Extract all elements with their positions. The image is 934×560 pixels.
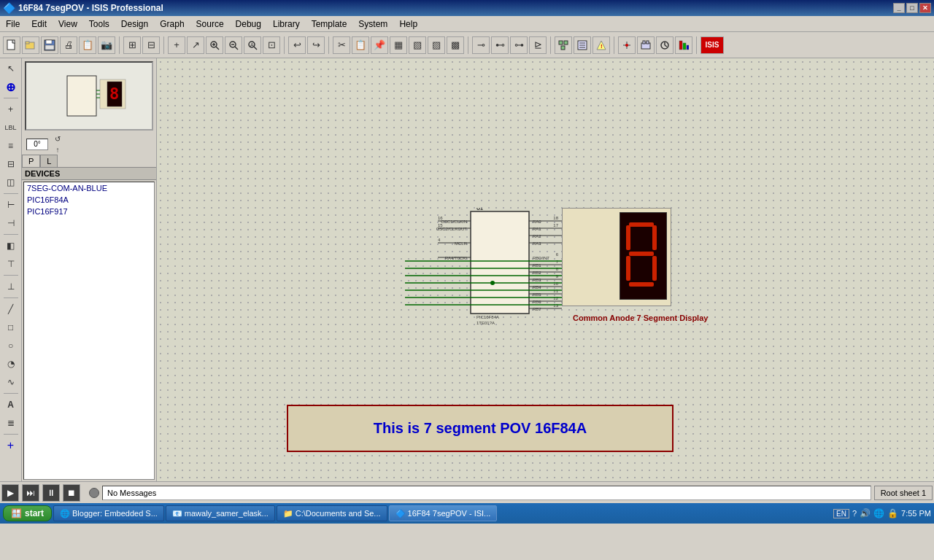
junction-tool[interactable]: + bbox=[2, 101, 20, 118]
menu-graph[interactable]: Graph bbox=[154, 18, 190, 31]
menu-help[interactable]: Help bbox=[393, 18, 423, 31]
wire3-button[interactable]: ⊶ bbox=[510, 36, 528, 54]
taskbar-email[interactable]: 📧 mawaly_samer_elask... bbox=[166, 505, 275, 521]
close-button[interactable]: ✕ bbox=[919, 3, 931, 13]
start-button[interactable]: 🪟 start bbox=[3, 505, 52, 521]
device-pin-tool[interactable]: ⊣ bbox=[2, 214, 20, 232]
new-button[interactable] bbox=[3, 36, 20, 54]
cursor-button[interactable]: ↗ bbox=[187, 36, 204, 54]
step-button[interactable]: ⏭ bbox=[22, 484, 39, 502]
bus-tool[interactable]: ⊟ bbox=[2, 155, 20, 173]
menu-debug[interactable]: Debug bbox=[230, 18, 267, 31]
sep4 bbox=[328, 36, 329, 54]
path-tool[interactable]: ∿ bbox=[2, 373, 20, 391]
menu-system[interactable]: System bbox=[352, 18, 393, 31]
circle-tool[interactable]: ○ bbox=[2, 337, 20, 354]
cut-button[interactable]: ✂ bbox=[333, 36, 350, 54]
save-button[interactable] bbox=[41, 36, 58, 54]
windows-icon: 🪟 bbox=[11, 508, 22, 518]
play-button[interactable]: ▶ bbox=[1, 484, 19, 502]
undo-button[interactable]: ↩ bbox=[288, 36, 306, 54]
print2-button[interactable]: 📋 bbox=[79, 36, 96, 54]
erc-button[interactable]: ! bbox=[593, 36, 610, 54]
hier-port-tool[interactable]: ⊤ bbox=[2, 255, 20, 273]
print-button[interactable]: 🖨 bbox=[60, 36, 77, 54]
taskbar-blogger[interactable]: 🌐 Blogger: Embedded S... bbox=[53, 505, 164, 521]
menu-template[interactable]: Template bbox=[306, 18, 353, 31]
grid1-button[interactable]: ⊞ bbox=[123, 36, 141, 54]
device-item-pic16f917[interactable]: PIC16F917 bbox=[24, 206, 154, 217]
svg-line-7 bbox=[216, 47, 219, 50]
redo-button[interactable]: ↪ bbox=[307, 36, 325, 54]
schematic-area: OSC1/CLKIN 16 OSC2/CLKOUT 15 MCLR 4 RA4/… bbox=[157, 58, 934, 481]
text-tool[interactable]: A bbox=[2, 396, 20, 413]
taskbar-isis[interactable]: 🔷 16F84 7segPOV - ISI... bbox=[389, 505, 498, 521]
marker-tool[interactable]: + bbox=[2, 437, 20, 454]
menu-source[interactable]: Source bbox=[190, 18, 230, 31]
pause-button[interactable]: ⏸ bbox=[42, 484, 60, 502]
copy-button[interactable]: 📋 bbox=[352, 36, 369, 54]
statusbar: ▶ ⏭ ⏸ ⏹ No Messages Root sheet 1 bbox=[0, 481, 934, 503]
prop1-button[interactable] bbox=[618, 36, 636, 54]
text-script-tool[interactable]: ≡ bbox=[2, 137, 20, 155]
minimize-button[interactable]: _ bbox=[893, 3, 905, 13]
prop4-button[interactable] bbox=[675, 36, 692, 54]
menu-library[interactable]: Library bbox=[267, 18, 306, 31]
device-item-7seg[interactable]: 7SEG-COM-AN-BLUE bbox=[24, 182, 154, 194]
prop2-button[interactable] bbox=[637, 36, 655, 54]
zoom-fit-button[interactable]: ⊡ bbox=[263, 36, 280, 54]
isis-button[interactable]: ISIS bbox=[700, 36, 724, 54]
lt-sep7 bbox=[4, 434, 18, 435]
block2-button[interactable]: ▧ bbox=[409, 36, 426, 54]
menu-view[interactable]: View bbox=[53, 18, 83, 31]
menu-tools[interactable]: Tools bbox=[83, 18, 115, 31]
arc-tool[interactable]: ◔ bbox=[2, 355, 20, 373]
paste-button[interactable]: 📌 bbox=[371, 36, 388, 54]
terminal-tool[interactable]: ⊢ bbox=[2, 196, 20, 214]
mirror-button[interactable]: ↑ bbox=[51, 144, 64, 155]
svg-text:MCLR: MCLR bbox=[455, 241, 468, 246]
rotate-button[interactable]: ↺ bbox=[51, 133, 64, 144]
open-button[interactable] bbox=[22, 36, 39, 54]
symbol-tool[interactable]: ≣ bbox=[2, 414, 20, 432]
block3-button[interactable]: ▨ bbox=[428, 36, 445, 54]
component-tool[interactable]: ⊕ bbox=[2, 78, 20, 96]
canvas[interactable]: OSC1/CLKIN 16 OSC2/CLKOUT 15 MCLR 4 RA4/… bbox=[157, 58, 934, 481]
export-button[interactable]: 📷 bbox=[98, 36, 115, 54]
maximize-button[interactable]: □ bbox=[906, 3, 918, 13]
line-tool[interactable]: ╱ bbox=[2, 300, 20, 318]
wire2-button[interactable]: ⊷ bbox=[491, 36, 509, 54]
stop-button[interactable]: ⏹ bbox=[63, 484, 80, 502]
zoom-out-button[interactable] bbox=[225, 36, 242, 54]
segment-display-box[interactable] bbox=[562, 208, 671, 306]
grid2-button[interactable]: ⊟ bbox=[142, 36, 160, 54]
bom-button[interactable] bbox=[574, 36, 591, 54]
text-box-text: This is 7 segment POV 16F84A bbox=[374, 420, 587, 437]
device-item-pic16f84a[interactable]: PIC16F84A bbox=[24, 194, 154, 206]
taskbar-explorer[interactable]: 📁 C:\Documents and Se... bbox=[277, 505, 387, 521]
tab-p[interactable]: P bbox=[22, 155, 40, 167]
hier-module-tool[interactable]: ◧ bbox=[2, 237, 20, 254]
origin-button[interactable]: + bbox=[168, 36, 185, 54]
prop3-button[interactable] bbox=[656, 36, 674, 54]
block4-button[interactable]: ▩ bbox=[447, 36, 464, 54]
wire4-button[interactable]: ⊵ bbox=[529, 36, 547, 54]
wire1-button[interactable]: ⊸ bbox=[472, 36, 490, 54]
select-tool[interactable]: ↖ bbox=[2, 60, 20, 77]
seven-segment-digit bbox=[620, 212, 667, 300]
zoom-area-button[interactable]: A bbox=[244, 36, 261, 54]
zoom-in-button[interactable] bbox=[206, 36, 223, 54]
sheet-tab[interactable]: Root sheet 1 bbox=[874, 486, 933, 500]
menu-design[interactable]: Design bbox=[115, 18, 154, 31]
menu-edit[interactable]: Edit bbox=[26, 18, 53, 31]
tab-l[interactable]: L bbox=[40, 155, 58, 167]
titlebar-controls[interactable]: _ □ ✕ bbox=[893, 3, 931, 13]
wire-label-tool[interactable]: LBL bbox=[2, 119, 20, 136]
bus-entry-tool[interactable]: ⊥ bbox=[2, 278, 20, 295]
box-tool[interactable]: □ bbox=[2, 319, 20, 336]
netlist-button[interactable] bbox=[555, 36, 572, 54]
svg-rect-29 bbox=[643, 41, 645, 44]
menu-file[interactable]: File bbox=[0, 18, 26, 31]
block1-button[interactable]: ▦ bbox=[390, 36, 407, 54]
sub-circuit-tool[interactable]: ◫ bbox=[2, 174, 20, 191]
